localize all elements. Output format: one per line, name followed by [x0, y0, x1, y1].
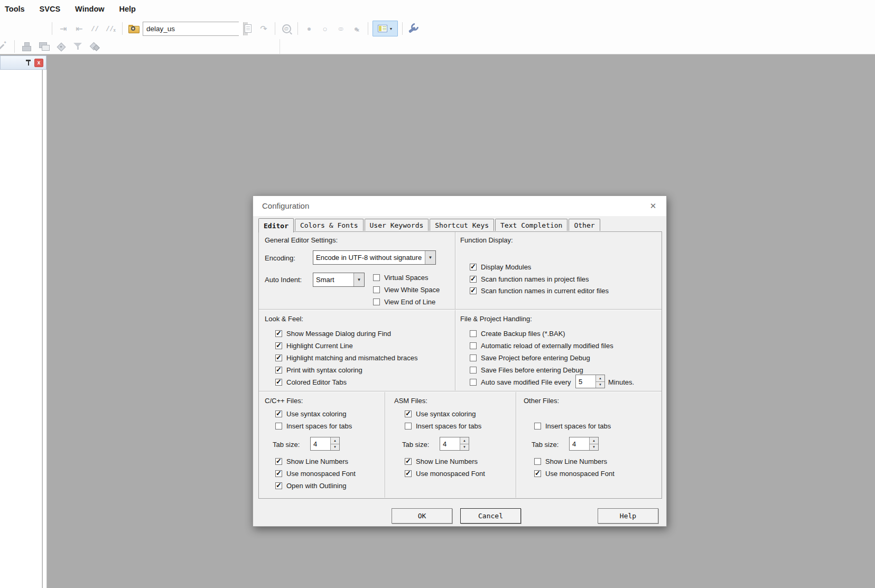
minutes-label: Minutes. [608, 378, 634, 386]
panel-splitter[interactable] [43, 70, 47, 588]
jump-arrow-icon[interactable] [257, 22, 271, 35]
stepper-up-icon[interactable]: ▲ [596, 375, 604, 381]
checkbox-cpp-monospaced[interactable]: Use monospaced Font [275, 470, 356, 478]
help-button[interactable]: Help [598, 508, 658, 524]
checkbox-display-modules[interactable]: Display Modules [470, 263, 531, 271]
breakpoint-enable-icon[interactable] [318, 22, 332, 35]
checkbox-scan-project-files[interactable]: Scan function names in project files [470, 275, 589, 283]
look-feel-heading: Look & Feel: [265, 315, 303, 323]
cpp-tab-size-input[interactable] [311, 437, 330, 450]
checkbox-show-message-dialog[interactable]: Show Message Dialog during Find [275, 330, 391, 338]
other-tab-size-input[interactable] [570, 437, 589, 450]
bookmark-clear-icon[interactable] [34, 22, 48, 35]
checkbox-other-line-numbers[interactable]: Show Line Numbers [534, 458, 607, 465]
asm-tab-size-input[interactable] [440, 437, 460, 450]
stepper-up-icon[interactable]: ▲ [331, 437, 339, 444]
ok-button[interactable]: OK [392, 508, 452, 524]
pin-icon[interactable] [25, 59, 31, 67]
multiple-windows-icon[interactable] [37, 40, 51, 53]
asm-tab-size-stepper[interactable]: ▲ ▼ [440, 437, 469, 451]
symbol-search-icon[interactable] [280, 22, 293, 35]
checkbox-other-monospaced[interactable]: Use monospaced Font [534, 470, 615, 478]
autosave-minutes-input[interactable] [576, 375, 595, 388]
menu-help[interactable]: Help [112, 0, 143, 18]
menu-tools[interactable]: Tools [0, 0, 32, 18]
chevron-down-icon[interactable]: ▼ [353, 273, 364, 286]
uncomment-icon[interactable] [104, 22, 118, 35]
unindent-icon[interactable] [72, 22, 86, 35]
checkbox-asm-syntax-coloring[interactable]: Use syntax coloring [405, 410, 476, 418]
find-input[interactable] [143, 22, 243, 35]
tab-other[interactable]: Other [569, 219, 600, 231]
stepper-up-icon[interactable]: ▲ [460, 437, 469, 444]
checkbox-colored-editor-tabs[interactable]: Colored Editor Tabs [275, 378, 347, 386]
target-options-icon[interactable] [54, 40, 68, 53]
checkbox-scan-editor-files[interactable]: Scan function names in current editor fi… [470, 287, 609, 295]
checkbox-auto-save[interactable]: Auto save modified File every [470, 378, 571, 386]
tab-shortcut-keys[interactable]: Shortcut Keys [430, 219, 494, 231]
checkbox-cpp-line-numbers[interactable]: Show Line Numbers [275, 458, 348, 465]
stepper-down-icon[interactable]: ▼ [596, 381, 604, 388]
section-separator [455, 232, 456, 309]
tab-editor[interactable]: Editor [258, 218, 294, 232]
cancel-button[interactable]: Cancel [460, 508, 521, 524]
checkbox-virtual-spaces[interactable]: Virtual Spaces [373, 274, 429, 282]
tab-colors-fonts[interactable]: Colors & Fonts [295, 219, 364, 231]
filter-funnel-icon[interactable] [71, 40, 85, 53]
toolbar-separator [275, 22, 275, 35]
checkbox-cpp-syntax-coloring[interactable]: Use syntax coloring [275, 410, 346, 418]
manage-components-icon[interactable] [20, 40, 34, 53]
cpp-tab-size-stepper[interactable]: ▲ ▼ [310, 437, 340, 451]
checkbox-save-project-debug[interactable]: Save Project before entering Debug [470, 354, 590, 362]
breakpoint-toggle-icon[interactable] [302, 22, 316, 35]
checkbox-other-insert-spaces[interactable]: Insert spaces for tabs [534, 422, 611, 430]
dialog-close-button[interactable]: ✕ [646, 199, 660, 213]
checkbox-view-end-of-line[interactable]: View End of Line [373, 298, 435, 306]
configuration-button[interactable] [407, 22, 421, 35]
tab-text-completion[interactable]: Text Completion [495, 219, 567, 231]
other-tab-size-stepper[interactable]: ▲ ▼ [569, 437, 599, 451]
checkbox-highlight-current-line[interactable]: Highlight Current Line [275, 342, 353, 350]
find-document-icon[interactable] [241, 22, 255, 35]
windows-select-button[interactable]: ▼ [373, 21, 398, 36]
breakpoint-disable-all-icon[interactable] [334, 22, 348, 35]
menu-svcs[interactable]: SVCS [32, 0, 68, 18]
encoding-select[interactable]: Encode in UTF-8 without signature ▼ [313, 250, 436, 265]
bookmark-next-icon[interactable] [18, 22, 32, 35]
checkbox-print-syntax-coloring[interactable]: Print with syntax coloring [275, 366, 362, 374]
project-panel [0, 70, 42, 588]
wizard-wand-icon[interactable] [0, 40, 9, 53]
panel-close-button[interactable]: x [34, 59, 43, 67]
checkbox-cpp-outlining[interactable]: Open with Outlining [275, 482, 346, 490]
checkbox-asm-insert-spaces[interactable]: Insert spaces for tabs [405, 422, 481, 430]
pack-installer-icon[interactable] [88, 40, 101, 53]
checkbox-save-files-debug[interactable]: Save Files before entering Debug [470, 366, 583, 374]
checkbox-asm-monospaced[interactable]: Use monospaced Font [405, 470, 485, 478]
autosave-minutes-stepper[interactable]: ▲ ▼ [575, 375, 605, 388]
chevron-down-icon[interactable]: ▼ [425, 251, 435, 264]
stepper-up-icon[interactable]: ▲ [590, 437, 598, 444]
find-in-files-icon[interactable] [127, 22, 141, 35]
stepper-down-icon[interactable]: ▼ [590, 444, 598, 451]
stepper-down-icon[interactable]: ▼ [331, 444, 339, 451]
checkbox-create-backup[interactable]: Create Backup files (*.BAK) [470, 330, 565, 338]
breakpoint-kill-all-icon[interactable] [350, 22, 364, 35]
bookmark-toggle-icon[interactable] [2, 22, 16, 35]
menu-window[interactable]: Window [68, 0, 111, 18]
checkbox-highlight-braces[interactable]: Highlight matching and mismatched braces [275, 354, 418, 362]
dialog-titlebar[interactable]: Configuration ✕ [253, 196, 666, 216]
auto-indent-select[interactable]: Smart ▼ [313, 273, 365, 287]
tab-user-keywords[interactable]: User Keywords [365, 219, 429, 231]
indent-icon[interactable] [57, 22, 70, 35]
checkbox-cpp-insert-spaces[interactable]: Insert spaces for tabs [275, 422, 352, 430]
find-combobox[interactable]: ▼ [143, 22, 239, 36]
checkbox-label: Colored Editor Tabs [286, 378, 347, 386]
checkbox-label: Auto save modified File every [481, 378, 571, 386]
checkbox-label: Highlight Current Line [286, 342, 353, 350]
checkbox-view-white-space[interactable]: View White Space [373, 286, 440, 294]
checkbox-label: Use monospaced Font [416, 470, 485, 478]
checkbox-auto-reload[interactable]: Automatic reload of externally modified … [470, 342, 613, 350]
checkbox-asm-line-numbers[interactable]: Show Line Numbers [405, 458, 478, 465]
stepper-down-icon[interactable]: ▼ [460, 444, 469, 451]
comment-icon[interactable] [88, 22, 102, 35]
